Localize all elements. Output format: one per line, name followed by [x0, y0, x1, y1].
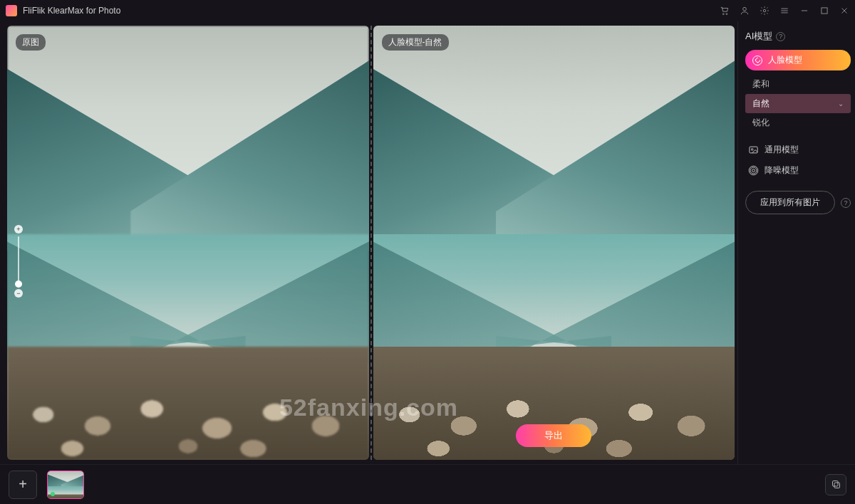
maximize-icon[interactable]: [819, 6, 829, 16]
copy-icon: [831, 479, 841, 490]
gear-icon[interactable]: [760, 6, 770, 16]
cart-icon[interactable]: [720, 6, 730, 16]
face-model-label: 人脸模型: [768, 54, 802, 66]
pane-divider[interactable]: [370, 26, 372, 460]
compare-button[interactable]: [825, 474, 846, 495]
svg-point-3: [763, 9, 766, 12]
zoom-out-button[interactable]: −: [14, 289, 23, 298]
svg-point-1: [726, 14, 727, 15]
chevron-down-icon: ⌄: [838, 100, 844, 107]
svg-rect-10: [832, 481, 838, 487]
export-button[interactable]: 导出: [516, 424, 591, 447]
general-model-label: 通用模型: [765, 144, 799, 156]
app-logo: [6, 5, 17, 16]
result-pane[interactable]: 人脸模型-自然 导出: [373, 26, 735, 460]
zoom-in-button[interactable]: +: [14, 225, 23, 233]
general-model-button[interactable]: 通用模型: [745, 140, 851, 160]
sub-sharp[interactable]: 锐化: [745, 113, 851, 132]
main: 原图 + − 人脸模型-自然 导出 52fanxing.com AI模型: [0, 21, 855, 464]
sub-soft[interactable]: 柔和: [745, 75, 851, 94]
svg-point-2: [743, 7, 747, 11]
bottombar: +: [0, 464, 855, 504]
titlebar-controls: [720, 6, 849, 16]
minimize-icon[interactable]: [799, 6, 809, 16]
help-icon[interactable]: ?: [776, 32, 785, 41]
menu-icon[interactable]: [779, 6, 789, 16]
svg-point-6: [751, 149, 753, 151]
app-title: FliFlik KlearMax for Photo: [23, 6, 120, 16]
user-icon[interactable]: [740, 6, 750, 16]
titlebar: FliFlik KlearMax for Photo: [0, 0, 855, 21]
thumbnail[interactable]: [47, 471, 84, 499]
image-viewer: 原图 + − 人脸模型-自然 导出 52fanxing.com: [0, 21, 737, 464]
apply-row: 应用到所有图片 ?: [745, 191, 851, 214]
face-model-button[interactable]: 人脸模型: [745, 50, 851, 70]
titlebar-left: FliFlik KlearMax for Photo: [6, 5, 120, 16]
original-label: 原图: [16, 34, 46, 51]
sidebar-title: AI模型: [745, 30, 772, 43]
svg-point-0: [722, 14, 724, 15]
denoise-model-button[interactable]: 降噪模型: [745, 160, 851, 181]
apply-all-button[interactable]: 应用到所有图片: [745, 191, 835, 214]
image-icon: [748, 145, 759, 155]
denoise-model-label: 降噪模型: [765, 164, 799, 177]
original-pane[interactable]: 原图 + −: [7, 26, 369, 460]
zoom-track[interactable]: [18, 236, 19, 286]
result-label: 人脸模型-自然: [382, 34, 449, 51]
close-icon[interactable]: [839, 6, 849, 16]
svg-point-7: [752, 169, 755, 172]
svg-point-8: [750, 167, 757, 174]
svg-rect-4: [822, 8, 827, 14]
original-image: [7, 26, 369, 460]
status-dot: [51, 492, 55, 496]
add-image-button[interactable]: +: [9, 471, 37, 499]
denoise-icon: [748, 165, 759, 176]
result-image: [373, 26, 735, 460]
zoom-thumb[interactable]: [15, 280, 22, 288]
face-model-sublist: 柔和 自然⌄ 锐化: [745, 75, 851, 132]
face-icon: [752, 56, 762, 65]
sidebar-header: AI模型 ?: [745, 30, 851, 43]
svg-rect-11: [834, 483, 840, 488]
sub-natural[interactable]: 自然⌄: [745, 94, 851, 113]
zoom-control[interactable]: + −: [14, 225, 23, 298]
side-panel: AI模型 ? 人脸模型 柔和 自然⌄ 锐化 通用模型 降噪模型 应用到所有图片 …: [737, 21, 855, 464]
apply-help-icon[interactable]: ?: [841, 198, 851, 208]
